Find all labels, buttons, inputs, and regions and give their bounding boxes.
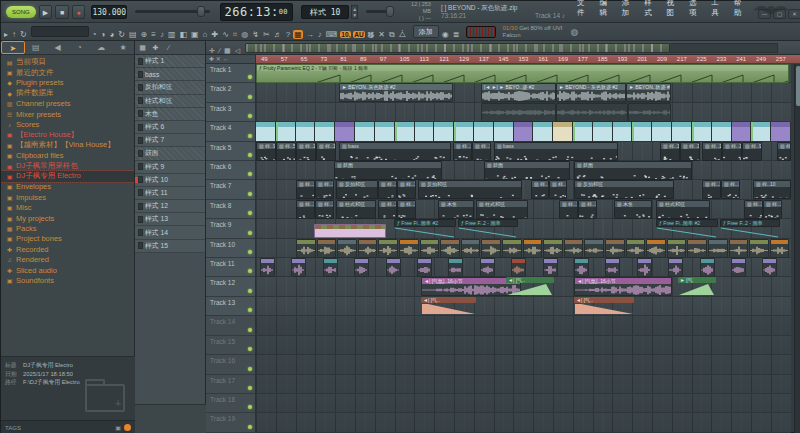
track-lane[interactable]: ▥ 鼓面▥ 鼓面▥ 鼓面 <box>256 161 791 180</box>
track-header[interactable]: Track 14 <box>206 316 255 335</box>
pattern-clip[interactable]: ▥ 样..15 <box>578 200 597 219</box>
pattern-clip[interactable]: ▥ 样..14 <box>397 180 416 199</box>
vocal-chop-clip[interactable] <box>574 258 589 277</box>
audio-slice-clip[interactable] <box>256 122 276 141</box>
scroll-back-icon[interactable]: ◁ <box>234 47 241 54</box>
track-enable-led[interactable] <box>248 328 252 332</box>
playlist-overview-scrollbar[interactable] <box>245 43 670 53</box>
pattern-item[interactable]: 样式 12 <box>135 200 205 213</box>
play-button[interactable]: ▶ <box>39 5 53 19</box>
typing-to-piano-icon[interactable]: 10. <box>340 31 351 38</box>
track-header[interactable]: Track 18 <box>206 394 255 413</box>
automation-clip[interactable]: ƒ Free Fi..频率 #2 <box>656 219 718 227</box>
vocal-chop-clip[interactable] <box>668 258 683 277</box>
pattern-clip[interactable]: ▥ 反拍和弦 <box>574 180 674 199</box>
audio-slice-clip[interactable] <box>553 122 573 141</box>
track-lane[interactable] <box>256 258 791 277</box>
track-header[interactable]: Track 16 <box>206 355 255 374</box>
browser-item[interactable]: ▣【越南素材】【Vina House】 <box>1 140 134 150</box>
scores-icon[interactable]: ♪ <box>159 30 165 39</box>
render-icon[interactable]: ◍ <box>240 30 249 39</box>
audio-clip[interactable]: ► BEYON..灰色轨迹 #2 <box>339 83 453 102</box>
audio-slice-clip[interactable] <box>573 122 593 141</box>
automation-clip[interactable]: ƒ Free Fi..频率 #2 <box>394 219 456 227</box>
mixer-icon[interactable]: ◧ <box>178 30 188 39</box>
paint-tool-icon[interactable]: ∕ <box>218 47 221 54</box>
automation-clip[interactable]: ƒ Free F..2 - 频率 <box>458 219 518 227</box>
browser-item[interactable]: ◆Plugin presets <box>1 78 134 88</box>
track-enable-led[interactable] <box>248 250 252 254</box>
track-enable-led[interactable] <box>248 172 252 176</box>
drum-audio-clip[interactable] <box>296 239 316 258</box>
vocal-chop-clip[interactable] <box>260 258 275 277</box>
song-mode-toggle[interactable]: SONG <box>6 6 36 18</box>
track-lane[interactable] <box>256 375 791 394</box>
track-lane[interactable]: ◄| [气氛]..16小节◄| [气..◄| [气氛]..16小节► [气 <box>256 277 791 296</box>
pattern-item[interactable]: 样式 15 <box>135 240 205 253</box>
track-header[interactable]: Track 9 <box>206 219 255 238</box>
drum-audio-clip[interactable] <box>729 239 749 258</box>
audio-slice-clip[interactable] <box>771 122 791 141</box>
vertical-scrollbar[interactable] <box>794 64 800 433</box>
audio-slice-clip[interactable] <box>355 122 375 141</box>
globe-icon[interactable]: ◍ <box>570 27 578 37</box>
track-header[interactable]: Track 3 <box>206 103 255 122</box>
track-header[interactable]: Track 5 <box>206 142 255 161</box>
audio-clip[interactable] <box>481 103 556 122</box>
drum-audio-clip[interactable] <box>337 239 357 258</box>
track-header[interactable]: Track 11 <box>206 258 255 277</box>
track-enable-led[interactable] <box>248 134 252 138</box>
vocal-chop-clip[interactable] <box>386 258 401 277</box>
pattern-clip[interactable]: ▥ 样..15 <box>660 142 680 161</box>
track-header[interactable]: Track 10 <box>206 239 255 258</box>
menu-样式[interactable]: 样式 <box>638 0 660 22</box>
vocal-chop-clip[interactable] <box>354 258 369 277</box>
vocal-chop-clip[interactable] <box>543 258 558 277</box>
track-enable-led[interactable] <box>248 211 252 215</box>
search-input[interactable] <box>31 26 89 37</box>
audio-slice-clip[interactable] <box>434 122 454 141</box>
menu-文件[interactable]: 文件 <box>571 0 593 22</box>
menu-工具[interactable]: 工具 <box>705 0 727 22</box>
audio-clip[interactable]: ► BEYON..轨迹 #2 <box>626 83 671 102</box>
pattern-clip[interactable]: ▥ 样..12 <box>722 142 742 161</box>
audio-slice-clip[interactable] <box>375 122 395 141</box>
pattern-clip[interactable]: ▥ 样..9 <box>742 142 762 161</box>
audio-slice-clip[interactable] <box>474 122 494 141</box>
track-lane[interactable] <box>256 394 791 413</box>
back-icon[interactable]: ▸ <box>3 30 9 39</box>
track-enable-led[interactable] <box>248 367 252 371</box>
tab-sounds[interactable]: ◀ <box>47 41 69 54</box>
track-lane[interactable] <box>256 122 791 141</box>
pattern-spinner[interactable]: ▲▼ <box>351 5 358 19</box>
pattern-clip[interactable]: ▥ 样..15 <box>378 200 397 219</box>
track-enable-led[interactable] <box>248 308 252 312</box>
pattern-clip[interactable]: ▥ 样..5 <box>276 142 296 161</box>
pattern-clip[interactable]: ▥ 样..1 <box>777 142 791 161</box>
browser-item[interactable]: ▣Soundfonts <box>1 275 134 285</box>
browser-item[interactable]: ▤当前项目 <box>1 57 134 67</box>
pattern-item[interactable]: 样式 1 <box>135 55 205 68</box>
pattern-clip[interactable]: ▥ 样..15 <box>315 200 334 219</box>
menu-帮助[interactable]: 帮助 <box>728 0 750 22</box>
drum-audio-clip[interactable] <box>358 239 378 258</box>
pattern-item[interactable]: 样式 9 <box>135 161 205 174</box>
audio-slice-clip[interactable] <box>732 122 752 141</box>
track-header[interactable]: Track 12 <box>206 277 255 296</box>
vocal-chop-clip[interactable] <box>762 258 777 277</box>
vocal-chop-clip[interactable] <box>511 258 526 277</box>
add-plugin-icon[interactable]: ✚ <box>210 30 219 39</box>
track-lane[interactable]: ▥ 样..10▥ 样..10▥ 反拍和弦▥ 样..14▥ 样..14▥ 反拍和弦… <box>256 180 791 199</box>
typing-keyboard-icon[interactable]: ▦ <box>293 30 303 39</box>
pattern-clip[interactable]: ▥ 柱式和弦 <box>656 200 710 219</box>
keyboard-icon[interactable]: ⌨ <box>325 30 339 39</box>
grid-icon[interactable]: ⌗ <box>232 30 239 39</box>
pattern-clip[interactable]: ▥ 样..14 <box>721 180 740 199</box>
vocal-chop-clip[interactable] <box>605 258 620 277</box>
automation-clip[interactable]: ƒ Fruity Parametric EQ 2 - Y轴 贝斯 - 频段 1 … <box>256 64 789 83</box>
drum-audio-clip[interactable] <box>708 239 728 258</box>
audio-slice-clip[interactable] <box>613 122 633 141</box>
slip-tool-icon[interactable]: ▦ <box>223 47 232 54</box>
pattern-selector[interactable]: 样式 10 <box>301 5 349 19</box>
pattern-clip[interactable]: ▥ bass <box>339 142 451 161</box>
